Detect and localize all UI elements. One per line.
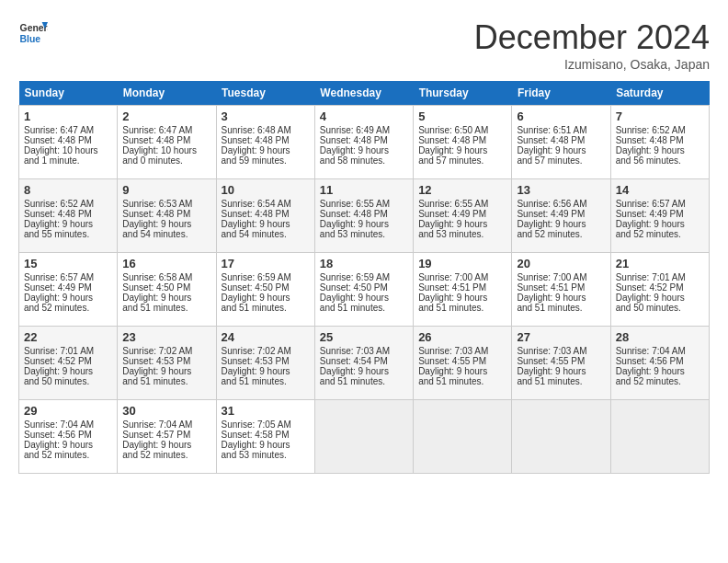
day-info: and 53 minutes. bbox=[418, 229, 506, 239]
calendar-cell: 13Sunrise: 6:56 AMSunset: 4:49 PMDayligh… bbox=[512, 179, 610, 253]
day-info: Sunrise: 7:03 AM bbox=[320, 346, 408, 356]
day-info: and 54 minutes. bbox=[222, 229, 310, 239]
day-info: Sunrise: 6:57 AM bbox=[24, 272, 112, 282]
day-info: Sunrise: 6:47 AM bbox=[24, 125, 112, 135]
day-info: Daylight: 9 hours bbox=[517, 145, 605, 155]
day-info: Daylight: 9 hours bbox=[24, 440, 112, 450]
calendar-cell: 1Sunrise: 6:47 AMSunset: 4:48 PMDaylight… bbox=[19, 106, 118, 179]
day-info: Sunrise: 6:52 AM bbox=[24, 199, 112, 209]
day-info: Daylight: 9 hours bbox=[320, 366, 408, 376]
day-info: and 51 minutes. bbox=[222, 376, 310, 386]
day-info: Sunrise: 6:51 AM bbox=[517, 125, 605, 135]
day-info: Sunrise: 7:02 AM bbox=[222, 346, 310, 356]
day-info: Sunrise: 7:04 AM bbox=[122, 419, 210, 430]
day-info: and 51 minutes. bbox=[320, 376, 408, 386]
calendar-body: 1Sunrise: 6:47 AMSunset: 4:48 PMDaylight… bbox=[19, 106, 710, 474]
day-info: and 56 minutes. bbox=[616, 155, 704, 166]
day-info: Sunrise: 6:47 AM bbox=[122, 125, 210, 135]
calendar-cell: 4Sunrise: 6:49 AMSunset: 4:48 PMDaylight… bbox=[314, 106, 413, 179]
day-info: Sunset: 4:53 PM bbox=[222, 356, 310, 366]
day-info: and 50 minutes. bbox=[24, 376, 112, 386]
day-info: Daylight: 9 hours bbox=[517, 293, 605, 303]
day-info: Sunrise: 7:05 AM bbox=[222, 419, 310, 430]
calendar-cell: 20Sunrise: 7:00 AMSunset: 4:51 PMDayligh… bbox=[512, 253, 610, 327]
day-info: Sunrise: 6:50 AM bbox=[418, 125, 506, 135]
col-wednesday: Wednesday bbox=[314, 81, 413, 106]
calendar-cell bbox=[314, 400, 413, 474]
day-info: Daylight: 9 hours bbox=[616, 145, 704, 155]
day-number: 27 bbox=[517, 330, 605, 344]
day-info: and 52 minutes. bbox=[24, 303, 112, 313]
day-info: Daylight: 9 hours bbox=[122, 366, 210, 376]
day-info: Daylight: 9 hours bbox=[222, 219, 310, 229]
day-info: Daylight: 9 hours bbox=[320, 145, 408, 155]
day-info: Sunset: 4:48 PM bbox=[418, 135, 506, 145]
day-info: Daylight: 10 hours bbox=[122, 145, 210, 155]
calendar-cell: 18Sunrise: 6:59 AMSunset: 4:50 PMDayligh… bbox=[314, 253, 413, 327]
day-number: 8 bbox=[24, 183, 112, 197]
day-info: and 57 minutes. bbox=[517, 155, 605, 166]
day-info: Sunset: 4:48 PM bbox=[24, 209, 112, 219]
day-number: 4 bbox=[320, 109, 408, 123]
day-info: Sunrise: 6:49 AM bbox=[320, 125, 408, 135]
day-info: Sunset: 4:58 PM bbox=[222, 430, 310, 440]
day-number: 5 bbox=[418, 109, 506, 123]
day-info: Sunset: 4:48 PM bbox=[222, 209, 310, 219]
col-monday: Monday bbox=[118, 81, 216, 106]
day-number: 22 bbox=[24, 330, 112, 344]
calendar-week-5: 29Sunrise: 7:04 AMSunset: 4:56 PMDayligh… bbox=[19, 400, 710, 474]
day-number: 30 bbox=[122, 404, 210, 418]
day-info: and 1 minute. bbox=[24, 155, 112, 166]
day-info: Sunset: 4:57 PM bbox=[122, 430, 210, 440]
day-info: Sunrise: 7:04 AM bbox=[24, 419, 112, 430]
day-info: Sunrise: 7:02 AM bbox=[122, 346, 210, 356]
day-info: Sunset: 4:48 PM bbox=[517, 135, 605, 145]
day-info: Sunrise: 7:03 AM bbox=[418, 346, 506, 356]
day-info: Sunset: 4:48 PM bbox=[616, 135, 704, 145]
day-info: Sunrise: 6:59 AM bbox=[320, 272, 408, 282]
day-info: and 52 minutes. bbox=[616, 229, 704, 239]
day-number: 23 bbox=[122, 330, 210, 344]
day-info: Daylight: 9 hours bbox=[320, 293, 408, 303]
day-info: Sunrise: 6:57 AM bbox=[616, 199, 704, 209]
calendar-cell: 26Sunrise: 7:03 AMSunset: 4:55 PMDayligh… bbox=[414, 327, 512, 400]
day-info: Sunrise: 6:54 AM bbox=[222, 199, 310, 209]
day-number: 3 bbox=[222, 109, 310, 123]
day-number: 13 bbox=[517, 183, 605, 197]
calendar-cell: 10Sunrise: 6:54 AMSunset: 4:48 PMDayligh… bbox=[216, 179, 314, 253]
day-number: 11 bbox=[320, 183, 408, 197]
logo-icon: General Blue bbox=[18, 18, 48, 48]
logo: General Blue bbox=[18, 18, 48, 48]
day-info: Daylight: 9 hours bbox=[418, 219, 506, 229]
day-info: Sunset: 4:55 PM bbox=[418, 356, 506, 366]
day-number: 16 bbox=[122, 257, 210, 270]
calendar-table: Sunday Monday Tuesday Wednesday Thursday… bbox=[18, 81, 710, 474]
day-number: 12 bbox=[418, 183, 506, 197]
day-info: Sunrise: 7:00 AM bbox=[418, 272, 506, 282]
day-info: Daylight: 9 hours bbox=[222, 366, 310, 376]
day-info: Daylight: 9 hours bbox=[222, 293, 310, 303]
day-number: 6 bbox=[517, 109, 605, 123]
day-number: 17 bbox=[222, 257, 310, 270]
page-header: General Blue December 2024 Izumisano, Os… bbox=[18, 18, 710, 72]
day-info: Sunset: 4:49 PM bbox=[24, 282, 112, 293]
day-info: Sunset: 4:54 PM bbox=[320, 356, 408, 366]
day-info: and 50 minutes. bbox=[616, 303, 704, 313]
day-info: Sunrise: 6:52 AM bbox=[616, 125, 704, 135]
calendar-cell: 29Sunrise: 7:04 AMSunset: 4:56 PMDayligh… bbox=[19, 400, 118, 474]
day-number: 28 bbox=[616, 330, 704, 344]
day-number: 25 bbox=[320, 330, 408, 344]
day-info: Sunrise: 7:01 AM bbox=[616, 272, 704, 282]
calendar-cell: 15Sunrise: 6:57 AMSunset: 4:49 PMDayligh… bbox=[19, 253, 118, 327]
day-info: Daylight: 9 hours bbox=[24, 293, 112, 303]
day-info: and 57 minutes. bbox=[418, 155, 506, 166]
day-info: Daylight: 10 hours bbox=[24, 145, 112, 155]
calendar-cell: 19Sunrise: 7:00 AMSunset: 4:51 PMDayligh… bbox=[414, 253, 512, 327]
day-number: 19 bbox=[418, 257, 506, 270]
calendar-cell: 12Sunrise: 6:55 AMSunset: 4:49 PMDayligh… bbox=[414, 179, 512, 253]
day-info: Sunset: 4:56 PM bbox=[24, 430, 112, 440]
day-info: Sunset: 4:55 PM bbox=[517, 356, 605, 366]
day-number: 2 bbox=[122, 109, 210, 123]
calendar-cell: 25Sunrise: 7:03 AMSunset: 4:54 PMDayligh… bbox=[314, 327, 413, 400]
day-info: and 51 minutes. bbox=[122, 376, 210, 386]
